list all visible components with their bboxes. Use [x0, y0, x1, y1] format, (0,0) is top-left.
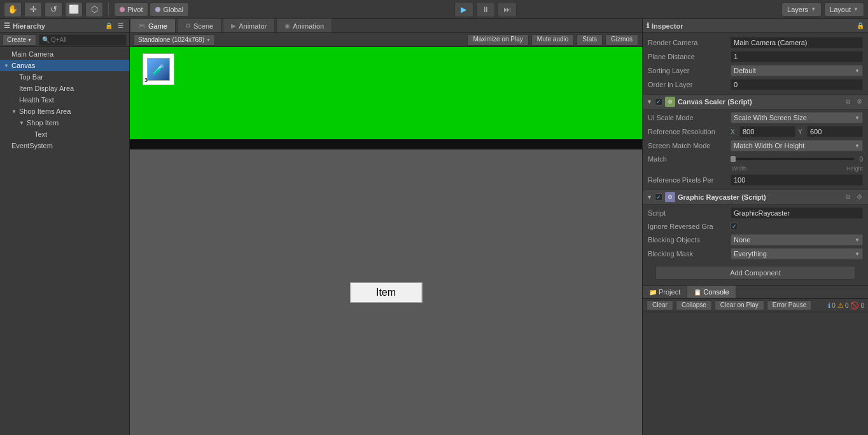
bottom-tabs: 📁 Project 📋 Console — [643, 286, 868, 299]
move-tool-button[interactable]: ✛ — [24, 2, 42, 17]
stats-btn[interactable]: Stats — [577, 34, 603, 46]
label-top-bar: Top Bar — [19, 73, 43, 81]
canvas-scaler-arrow: ▼ — [647, 99, 652, 105]
canvas-scaler-actions: ⧉ ⚙ — [844, 97, 864, 106]
view-tabs-bar: 🎮 Game ⚙ Scene ▶ Animator ◉ Animation — [130, 19, 642, 33]
add-component-button[interactable]: Add Component — [655, 266, 855, 280]
tree-item-health-text[interactable]: Health Text — [0, 94, 129, 106]
game-item-label: Item — [376, 287, 396, 298]
gizmos-btn[interactable]: Gizmos — [605, 34, 638, 46]
gizmos-label: Gizmos — [611, 36, 633, 43]
match-slider-track[interactable] — [731, 158, 854, 160]
hand-tool-button[interactable]: ✋ — [4, 2, 22, 17]
scene-tab-icon: ⚙ — [185, 22, 191, 29]
label-event-system: EventSystem — [11, 142, 53, 149]
maximize-on-play-btn[interactable]: Maximize on Play — [467, 34, 528, 46]
collapse-label: Collapse — [682, 301, 706, 308]
tree-item-item-display-area[interactable]: Item Display Area — [0, 83, 129, 94]
canvas-scaler-gear-icon[interactable]: ⚙ — [855, 97, 864, 106]
sorting-layer-value[interactable]: Default — [731, 65, 863, 76]
inspector-lock-icon[interactable]: 🔒 — [857, 22, 864, 29]
ref-pixels-label: Reference Pixels Per — [648, 176, 731, 184]
graphic-raycaster-icon: ⚙ — [665, 192, 675, 202]
hierarchy-title: Hierarchy — [13, 22, 45, 30]
pivot-toggle[interactable]: Pivot — [114, 3, 148, 17]
rotate-tool-button[interactable]: ↺ — [45, 2, 62, 17]
tree-item-event-system[interactable]: EventSystem — [0, 140, 129, 151]
hierarchy-header: ☰ Hierarchy 🔒 ☰ — [0, 19, 129, 33]
canvas-scaler-copy-icon[interactable]: ⧉ — [844, 97, 852, 106]
create-button[interactable]: Create — [3, 34, 36, 46]
layers-dropdown[interactable]: Layers — [781, 3, 822, 17]
play-controls: ▶ ⏸ ⏭ — [192, 2, 779, 17]
render-camera-row: Render Camera Main Camera (Camera) — [643, 36, 868, 50]
ref-res-y-value[interactable]: 600 — [807, 126, 863, 137]
tree-item-shop-items-area[interactable]: Shop Items Area — [0, 106, 129, 117]
project-tab-icon: 📁 — [649, 289, 657, 296]
order-in-layer-value[interactable]: 0 — [731, 79, 863, 90]
match-width-height-labels: Width Height — [643, 165, 868, 173]
graphic-raycaster-gear-icon[interactable]: ⚙ — [855, 193, 864, 202]
arrow-main-camera — [3, 50, 10, 58]
tree-item-shop-item[interactable]: Shop Item — [0, 117, 129, 128]
label-main-camera: Main Camera — [11, 50, 53, 58]
global-toggle[interactable]: Global — [150, 3, 189, 17]
script-value[interactable]: GraphicRaycaster — [731, 207, 863, 219]
resolution-dropdown[interactable]: Standalone (1024x768) — [134, 34, 215, 46]
ref-res-y-label: Y — [798, 128, 806, 135]
canvas-scaler-header[interactable]: ▼ ⚙ Canvas Scaler (Script) ⧉ ⚙ — [643, 94, 868, 109]
arrow-canvas — [3, 62, 10, 69]
graphic-raycaster-enabled[interactable] — [655, 193, 662, 201]
collapse-button[interactable]: Collapse — [676, 300, 712, 310]
hierarchy-search[interactable]: 🔍 Q+All — [39, 34, 127, 46]
hierarchy-panel: ☰ Hierarchy 🔒 ☰ Create 🔍 Q+All Main Came… — [0, 19, 130, 435]
clear-on-play-button[interactable]: Clear on Play — [715, 300, 764, 310]
game-item-label-box: Item — [350, 282, 422, 303]
center-panel: 🎮 Game ⚙ Scene ▶ Animator ◉ Animation St… — [130, 19, 642, 435]
layout-dropdown[interactable]: Layout — [824, 3, 864, 17]
blocking-objects-value[interactable]: None — [731, 234, 863, 245]
inspector-title: Inspector — [652, 22, 683, 30]
console-tab[interactable]: 📋 Console — [687, 286, 736, 298]
render-camera-value[interactable]: Main Camera (Camera) — [731, 37, 863, 48]
ref-pixels-value[interactable]: 100 — [731, 174, 863, 186]
screen-match-label: Screen Match Mode — [648, 142, 731, 149]
canvas-scaler-enabled[interactable] — [655, 98, 662, 106]
hierarchy-menu-icon[interactable]: ☰ — [116, 22, 125, 30]
project-tab[interactable]: 📁 Project — [643, 286, 687, 298]
clear-button[interactable]: Clear — [647, 300, 673, 310]
error-pause-button[interactable]: Error Pause — [767, 300, 812, 310]
play-button[interactable]: ▶ — [454, 2, 473, 17]
ui-scale-mode-row: Ui Scale Mode Scale With Screen Size — [643, 111, 868, 125]
clear-label: Clear — [652, 301, 668, 308]
blocking-mask-value[interactable]: Everything — [731, 248, 863, 259]
tab-game[interactable]: 🎮 Game — [130, 18, 176, 32]
ref-res-x-value[interactable]: 800 — [739, 126, 795, 137]
stats-label: Stats — [582, 36, 597, 43]
transform-tool-button[interactable]: ⬡ — [85, 2, 103, 17]
rect-tool-button[interactable]: ⬜ — [65, 2, 83, 17]
tab-animator[interactable]: ▶ Animator — [223, 18, 275, 32]
graphic-raycaster-copy-icon[interactable]: ⧉ — [844, 193, 852, 202]
tree-item-main-camera[interactable]: Main Camera — [0, 48, 129, 60]
tab-scene[interactable]: ⚙ Scene — [177, 18, 221, 32]
match-slider-thumb[interactable] — [731, 156, 736, 162]
step-button[interactable]: ⏭ — [498, 2, 517, 17]
pause-button[interactable]: ⏸ — [476, 2, 495, 17]
tab-animation[interactable]: ◉ Animation — [276, 18, 332, 32]
game-toolbar-right: Maximize on Play Mute audio Stats Gizmos — [467, 34, 638, 46]
ignore-reversed-checkbox[interactable] — [731, 223, 738, 230]
tree-item-top-bar[interactable]: Top Bar — [0, 71, 129, 83]
plane-distance-label: Plane Distance — [648, 53, 731, 60]
resolution-label: Standalone (1024x768) — [138, 36, 204, 43]
screen-match-value[interactable]: Match Width Or Height — [731, 140, 863, 151]
blocking-objects-label: Blocking Objects — [648, 236, 731, 244]
tree-item-text[interactable]: Text — [0, 128, 129, 140]
plane-distance-value[interactable]: 1 — [731, 51, 863, 62]
tree-item-canvas[interactable]: Canvas — [0, 60, 129, 71]
graphic-raycaster-header[interactable]: ▼ ⚙ Graphic Raycaster (Script) ⧉ ⚙ — [643, 190, 868, 205]
info-icon: ℹ — [828, 301, 830, 310]
ui-scale-mode-value[interactable]: Scale With Screen Size — [731, 112, 863, 123]
hierarchy-lock-icon[interactable]: 🔒 — [103, 22, 115, 30]
mute-audio-btn[interactable]: Mute audio — [531, 34, 574, 46]
